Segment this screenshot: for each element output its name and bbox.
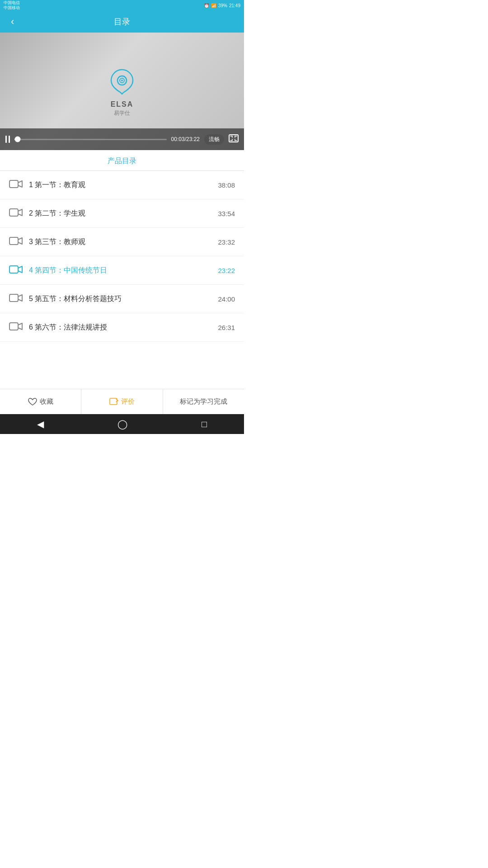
svg-point-2 [121, 80, 123, 81]
alarm-icon: ⏰ [204, 3, 209, 8]
video-logo: ELSA 易学仕 [108, 66, 136, 117]
progress-thumb [14, 137, 20, 142]
video-camera-icon [9, 208, 23, 217]
nav-home-button[interactable]: ◯ [117, 419, 127, 429]
status-bar: 中国电信 中国移动 ⏰ 📶 39% 21:49 [0, 0, 244, 11]
video-icon-wrap [9, 179, 23, 191]
elsa-brand-text: ELSA [111, 100, 134, 108]
lesson-duration: 26:31 [218, 324, 235, 331]
video-controls: 00:03/23:22 流畅 [0, 128, 244, 150]
status-icons: ⏰ 📶 39% 21:49 [204, 3, 240, 8]
nav-bar: ◀ ◯ □ [0, 414, 244, 434]
top-bar: ‹ 目录 [0, 11, 244, 33]
nav-recent-button[interactable]: □ [202, 419, 207, 429]
lesson-label: 3 第三节：教师观 [29, 237, 212, 247]
mark-done-button[interactable]: 标记为学习完成 [163, 389, 244, 414]
video-camera-icon [9, 236, 23, 246]
lesson-item-4[interactable]: 4 第四节：中国传统节日 23:22 [0, 256, 244, 285]
lesson-item-6[interactable]: 6 第六节：法律法规讲授 26:31 [0, 313, 244, 342]
back-button[interactable]: ‹ [7, 14, 18, 29]
review-icon [109, 398, 118, 406]
favorite-label: 收藏 [40, 397, 53, 406]
lesson-duration: 24:00 [218, 295, 235, 303]
fullscreen-button[interactable] [229, 134, 239, 145]
svg-rect-4 [9, 180, 18, 188]
lesson-item-3[interactable]: 3 第三节：教师观 23:32 [0, 228, 244, 256]
video-player[interactable]: ELSA 易学仕 00:03/23:22 流畅 [0, 33, 244, 150]
lesson-label: 4 第四节：中国传统节日 [29, 266, 212, 275]
video-icon-wrap [9, 293, 23, 305]
time-display: 00:03/23:22 [171, 136, 200, 142]
section-title: 产品目录 [0, 150, 244, 171]
bottom-actions: 收藏 评价 标记为学习完成 [0, 389, 244, 414]
video-icon-wrap [9, 264, 23, 276]
quality-button[interactable]: 流畅 [204, 134, 224, 145]
progress-bar[interactable] [14, 139, 167, 140]
svg-rect-8 [9, 294, 18, 302]
lesson-label: 1 第一节：教育观 [29, 180, 212, 190]
lesson-duration: 23:22 [218, 267, 235, 274]
page-title: 目录 [114, 16, 130, 27]
video-icon-wrap [9, 321, 23, 333]
lesson-duration: 33:54 [218, 210, 235, 217]
video-camera-icon [9, 264, 23, 274]
pause-button[interactable] [5, 136, 10, 143]
lesson-list: 1 第一节：教育观 38:08 2 第二节：学生观 33:54 3 第三节：教师… [0, 171, 244, 389]
wifi-icon: 📶 [211, 3, 216, 8]
lesson-duration: 38:08 [218, 181, 235, 189]
lesson-duration: 23:32 [218, 238, 235, 246]
favorite-button[interactable]: 收藏 [0, 389, 81, 414]
video-icon-wrap [9, 208, 23, 219]
carrier-info: 中国电信 中国移动 [4, 0, 20, 10]
heart-icon [28, 398, 37, 406]
review-label: 评价 [121, 397, 135, 406]
lesson-label: 5 第五节：材料分析答题技巧 [29, 294, 212, 304]
time-display: 21:49 [229, 3, 240, 8]
video-icon-wrap [9, 236, 23, 248]
video-camera-icon [9, 293, 23, 303]
svg-rect-5 [9, 209, 18, 216]
svg-rect-7 [9, 266, 18, 273]
review-button[interactable]: 评价 [81, 389, 163, 414]
svg-rect-9 [9, 323, 18, 330]
video-camera-icon [9, 179, 23, 189]
elsa-sub-brand: 易学仕 [114, 109, 130, 117]
lesson-label: 6 第六节：法律法规讲授 [29, 323, 212, 332]
lesson-item-5[interactable]: 5 第五节：材料分析答题技巧 24:00 [0, 285, 244, 313]
battery-text: 39% [218, 3, 227, 8]
video-camera-icon [9, 321, 23, 331]
lesson-item-2[interactable]: 2 第二节：学生观 33:54 [0, 199, 244, 228]
svg-rect-6 [9, 237, 18, 245]
lesson-item-1[interactable]: 1 第一节：教育观 38:08 [0, 171, 244, 199]
nav-back-button[interactable]: ◀ [37, 419, 44, 429]
content-area: 产品目录 1 第一节：教育观 38:08 2 第二节：学生观 33:54 [0, 150, 244, 389]
lesson-label: 2 第二节：学生观 [29, 209, 212, 218]
elsa-logo-icon [108, 66, 136, 99]
mark-done-label: 标记为学习完成 [180, 397, 227, 406]
